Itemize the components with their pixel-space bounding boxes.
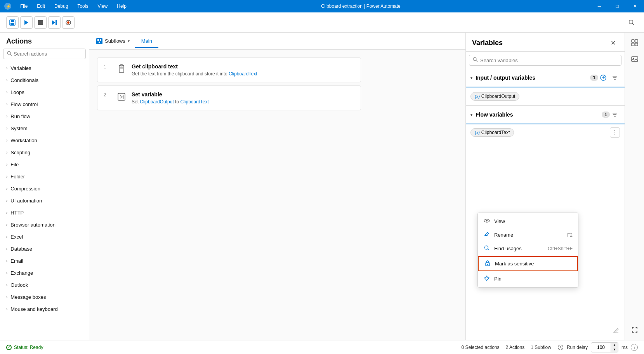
svg-rect-44 — [632, 40, 634, 42]
menu-tools[interactable]: Tools — [73, 0, 93, 12]
svg-rect-46 — [632, 43, 634, 46]
eraser-button[interactable] — [612, 326, 620, 335]
menu-debug[interactable]: Debug — [50, 0, 73, 12]
search-actions-input[interactable] — [14, 51, 82, 57]
expand-button[interactable] — [628, 323, 642, 337]
sidebar-item-browser-automation[interactable]: ›Browser automation — [0, 219, 89, 231]
delay-down-button[interactable]: ▼ — [611, 347, 618, 352]
search-actions-box[interactable] — [3, 49, 86, 59]
delay-info-button[interactable]: i — [631, 344, 638, 351]
menu-help[interactable]: Help — [112, 0, 131, 12]
menu-edit[interactable]: Edit — [32, 0, 50, 12]
sidebar-item-excel[interactable]: ›Excel — [0, 231, 89, 243]
io-var-list: {x} ClipboardOutput — [466, 87, 625, 105]
search-variables-box[interactable] — [469, 55, 621, 66]
delay-up-button[interactable]: ▲ — [611, 343, 618, 347]
far-right-panel — [625, 33, 644, 340]
search-variables-icon — [472, 57, 478, 64]
canvas-search-button[interactable] — [625, 16, 638, 29]
subflows-button[interactable]: Subflows ▾ — [92, 36, 134, 47]
find-usages-icon — [483, 245, 490, 252]
sidebar-item-ui-automation[interactable]: ›UI automation — [0, 195, 89, 207]
maximize-button[interactable]: □ — [608, 0, 626, 12]
chevron-icon: › — [6, 271, 7, 275]
action-link-1[interactable]: ClipboardText — [229, 71, 257, 77]
close-button[interactable]: ✕ — [626, 0, 644, 12]
toolbar — [0, 12, 644, 33]
action-desc-2: Set ClipboardOutput to ClipboardText — [132, 99, 354, 105]
chevron-icon: › — [6, 199, 7, 203]
stop-button[interactable] — [34, 16, 47, 29]
menu-file[interactable]: File — [16, 0, 32, 12]
sidebar-item-file[interactable]: ›File — [0, 159, 89, 171]
canvas-area: Subflows ▾ Main 1 Get clipboard text Get… — [89, 33, 465, 340]
flow-var-more-button[interactable]: ⋮ — [610, 127, 620, 138]
menu-view[interactable]: View — [93, 0, 112, 12]
action-link-2a[interactable]: ClipboardOutput — [140, 99, 174, 105]
chevron-icon: › — [6, 126, 7, 131]
flow-section-header[interactable]: ▾ Flow variables 1 — [466, 106, 625, 124]
record-button[interactable] — [62, 16, 75, 29]
chevron-icon: › — [6, 66, 7, 70]
sidebar-item-variables[interactable]: ›Variables — [0, 62, 89, 74]
chevron-icon: › — [6, 283, 7, 287]
minimize-button[interactable]: ─ — [590, 0, 608, 12]
sidebar-item-run-flow[interactable]: ›Run flow — [0, 110, 89, 122]
next-step-button[interactable] — [48, 16, 61, 29]
image-button[interactable] — [628, 52, 642, 66]
io-section-header[interactable]: ▾ Input / output variables 1 — [466, 69, 625, 87]
io-count-badge: 1 — [590, 75, 598, 81]
app-icon: ⚡ — [0, 2, 16, 10]
chevron-icon: › — [6, 223, 7, 227]
action-link-2b[interactable]: ClipboardText — [180, 99, 208, 105]
sidebar-item-http[interactable]: ›HTTP — [0, 207, 89, 219]
action-card-body-2: Set variable Set ClipboardOutput to Clip… — [132, 91, 354, 105]
sidebar-item-exchange[interactable]: ›Exchange — [0, 267, 89, 279]
sidebar-item-flow-control[interactable]: ›Flow control — [0, 98, 89, 110]
delay-input[interactable] — [591, 344, 611, 351]
sidebar-item-scripting[interactable]: ›Scripting — [0, 146, 89, 159]
action-desc-text-1: Get the text from the clipboard and stor… — [132, 71, 227, 77]
io-var-clipboard-output[interactable]: {x} ClipboardOutput — [470, 92, 519, 101]
io-var-label: ClipboardOutput — [481, 94, 515, 99]
sidebar-item-compression[interactable]: ›Compression — [0, 183, 89, 195]
io-add-button[interactable] — [598, 73, 608, 83]
variables-title: Variables — [472, 39, 608, 47]
chevron-icon: › — [6, 211, 7, 215]
sidebar-item-outlook[interactable]: ›Outlook — [0, 279, 89, 291]
flow-var-clipboard-text[interactable]: {x} ClipboardText — [470, 128, 514, 137]
svg-text:{x}: {x} — [120, 95, 124, 99]
flow-count-badge: 1 — [602, 112, 610, 118]
canvas-content: 1 Get clipboard text Get the text from t… — [89, 50, 465, 340]
action-title-2: Set variable — [132, 91, 354, 98]
variables-close-button[interactable]: ✕ — [608, 37, 618, 48]
sidebar-item-folder[interactable]: ›Folder — [0, 171, 89, 183]
search-variables-input[interactable] — [480, 58, 618, 63]
chevron-icon: › — [6, 174, 7, 179]
sidebar-item-workstation[interactable]: ›Workstation — [0, 134, 89, 146]
svg-point-10 — [67, 21, 69, 24]
assets-button[interactable] — [628, 36, 642, 50]
ctx-pin[interactable]: Pin — [478, 272, 578, 286]
save-button[interactable] — [6, 16, 19, 29]
action-desc-to: to — [175, 99, 179, 105]
ctx-view[interactable]: View — [478, 214, 578, 228]
ctx-find-usages[interactable]: Find usages Ctrl+Shift+F — [478, 242, 578, 255]
sidebar-item-system[interactable]: ›System — [0, 122, 89, 134]
sidebar-item-conditionals[interactable]: ›Conditionals — [0, 74, 89, 86]
action-desc-set: Set — [132, 99, 139, 105]
tab-main[interactable]: Main — [135, 35, 158, 48]
ctx-rename[interactable]: Rename F2 — [478, 228, 578, 242]
sidebar-item-loops[interactable]: ›Loops — [0, 86, 89, 98]
ctx-pin-label: Pin — [494, 276, 569, 282]
run-button[interactable] — [20, 16, 33, 29]
ctx-mark-sensitive[interactable]: Mark as sensitive — [478, 256, 578, 271]
sidebar-item-email[interactable]: ›Email — [0, 255, 89, 267]
subflows-label: Subflows — [105, 38, 125, 44]
sidebar-item-database[interactable]: ›Database — [0, 243, 89, 255]
flow-filter-button[interactable] — [610, 110, 620, 120]
sidebar-item-mouse-keyboard[interactable]: ›Mouse and keyboard — [0, 303, 89, 315]
sidebar-item-message-boxes[interactable]: ›Message boxes — [0, 291, 89, 303]
svg-point-36 — [486, 220, 488, 221]
io-filter-button[interactable] — [610, 73, 620, 83]
